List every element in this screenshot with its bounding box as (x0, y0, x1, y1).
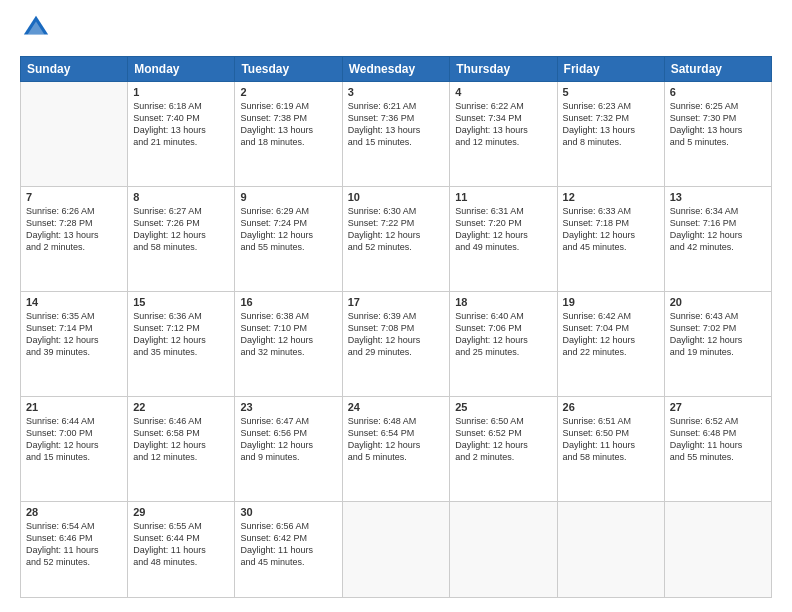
day-number: 10 (348, 191, 445, 203)
day-info: Sunrise: 6:35 AMSunset: 7:14 PMDaylight:… (26, 310, 122, 359)
day-info: Sunrise: 6:22 AMSunset: 7:34 PMDaylight:… (455, 100, 551, 149)
day-number: 6 (670, 86, 766, 98)
day-number: 20 (670, 296, 766, 308)
day-number: 22 (133, 401, 229, 413)
day-number: 13 (670, 191, 766, 203)
day-number: 14 (26, 296, 122, 308)
table-row: 6Sunrise: 6:25 AMSunset: 7:30 PMDaylight… (664, 82, 771, 187)
table-row: 14Sunrise: 6:35 AMSunset: 7:14 PMDayligh… (21, 291, 128, 396)
table-row: 4Sunrise: 6:22 AMSunset: 7:34 PMDaylight… (450, 82, 557, 187)
calendar-body: 1Sunrise: 6:18 AMSunset: 7:40 PMDaylight… (21, 82, 772, 598)
col-tuesday: Tuesday (235, 57, 342, 82)
day-info: Sunrise: 6:30 AMSunset: 7:22 PMDaylight:… (348, 205, 445, 254)
table-row: 5Sunrise: 6:23 AMSunset: 7:32 PMDaylight… (557, 82, 664, 187)
day-info: Sunrise: 6:33 AMSunset: 7:18 PMDaylight:… (563, 205, 659, 254)
table-row (342, 501, 450, 597)
day-number: 26 (563, 401, 659, 413)
table-row: 24Sunrise: 6:48 AMSunset: 6:54 PMDayligh… (342, 396, 450, 501)
day-number: 11 (455, 191, 551, 203)
table-row: 27Sunrise: 6:52 AMSunset: 6:48 PMDayligh… (664, 396, 771, 501)
day-number: 21 (26, 401, 122, 413)
day-number: 25 (455, 401, 551, 413)
day-number: 2 (240, 86, 336, 98)
day-info: Sunrise: 6:36 AMSunset: 7:12 PMDaylight:… (133, 310, 229, 359)
col-friday: Friday (557, 57, 664, 82)
table-row: 3Sunrise: 6:21 AMSunset: 7:36 PMDaylight… (342, 82, 450, 187)
col-sunday: Sunday (21, 57, 128, 82)
table-row: 1Sunrise: 6:18 AMSunset: 7:40 PMDaylight… (128, 82, 235, 187)
table-row: 7Sunrise: 6:26 AMSunset: 7:28 PMDaylight… (21, 186, 128, 291)
day-number: 1 (133, 86, 229, 98)
table-row: 10Sunrise: 6:30 AMSunset: 7:22 PMDayligh… (342, 186, 450, 291)
day-info: Sunrise: 6:25 AMSunset: 7:30 PMDaylight:… (670, 100, 766, 149)
day-info: Sunrise: 6:29 AMSunset: 7:24 PMDaylight:… (240, 205, 336, 254)
day-number: 19 (563, 296, 659, 308)
day-info: Sunrise: 6:54 AMSunset: 6:46 PMDaylight:… (26, 520, 122, 569)
day-info: Sunrise: 6:18 AMSunset: 7:40 PMDaylight:… (133, 100, 229, 149)
day-number: 3 (348, 86, 445, 98)
day-info: Sunrise: 6:26 AMSunset: 7:28 PMDaylight:… (26, 205, 122, 254)
table-row: 18Sunrise: 6:40 AMSunset: 7:06 PMDayligh… (450, 291, 557, 396)
table-row: 21Sunrise: 6:44 AMSunset: 7:00 PMDayligh… (21, 396, 128, 501)
table-row: 16Sunrise: 6:38 AMSunset: 7:10 PMDayligh… (235, 291, 342, 396)
col-thursday: Thursday (450, 57, 557, 82)
day-number: 24 (348, 401, 445, 413)
day-info: Sunrise: 6:34 AMSunset: 7:16 PMDaylight:… (670, 205, 766, 254)
day-number: 16 (240, 296, 336, 308)
day-info: Sunrise: 6:43 AMSunset: 7:02 PMDaylight:… (670, 310, 766, 359)
day-number: 17 (348, 296, 445, 308)
table-row: 13Sunrise: 6:34 AMSunset: 7:16 PMDayligh… (664, 186, 771, 291)
calendar: Sunday Monday Tuesday Wednesday Thursday… (20, 56, 772, 598)
day-number: 23 (240, 401, 336, 413)
table-row (664, 501, 771, 597)
day-number: 7 (26, 191, 122, 203)
weekday-row: Sunday Monday Tuesday Wednesday Thursday… (21, 57, 772, 82)
table-row: 22Sunrise: 6:46 AMSunset: 6:58 PMDayligh… (128, 396, 235, 501)
day-info: Sunrise: 6:31 AMSunset: 7:20 PMDaylight:… (455, 205, 551, 254)
table-row: 23Sunrise: 6:47 AMSunset: 6:56 PMDayligh… (235, 396, 342, 501)
day-number: 8 (133, 191, 229, 203)
table-row: 19Sunrise: 6:42 AMSunset: 7:04 PMDayligh… (557, 291, 664, 396)
table-row: 15Sunrise: 6:36 AMSunset: 7:12 PMDayligh… (128, 291, 235, 396)
table-row: 12Sunrise: 6:33 AMSunset: 7:18 PMDayligh… (557, 186, 664, 291)
day-number: 30 (240, 506, 336, 518)
day-number: 27 (670, 401, 766, 413)
day-info: Sunrise: 6:48 AMSunset: 6:54 PMDaylight:… (348, 415, 445, 464)
day-number: 15 (133, 296, 229, 308)
day-number: 5 (563, 86, 659, 98)
table-row: 26Sunrise: 6:51 AMSunset: 6:50 PMDayligh… (557, 396, 664, 501)
table-row: 8Sunrise: 6:27 AMSunset: 7:26 PMDaylight… (128, 186, 235, 291)
day-info: Sunrise: 6:44 AMSunset: 7:00 PMDaylight:… (26, 415, 122, 464)
day-info: Sunrise: 6:23 AMSunset: 7:32 PMDaylight:… (563, 100, 659, 149)
table-row: 28Sunrise: 6:54 AMSunset: 6:46 PMDayligh… (21, 501, 128, 597)
table-row: 29Sunrise: 6:55 AMSunset: 6:44 PMDayligh… (128, 501, 235, 597)
table-row: 9Sunrise: 6:29 AMSunset: 7:24 PMDaylight… (235, 186, 342, 291)
day-info: Sunrise: 6:46 AMSunset: 6:58 PMDaylight:… (133, 415, 229, 464)
day-info: Sunrise: 6:19 AMSunset: 7:38 PMDaylight:… (240, 100, 336, 149)
day-info: Sunrise: 6:47 AMSunset: 6:56 PMDaylight:… (240, 415, 336, 464)
table-row (450, 501, 557, 597)
day-number: 4 (455, 86, 551, 98)
col-wednesday: Wednesday (342, 57, 450, 82)
day-info: Sunrise: 6:55 AMSunset: 6:44 PMDaylight:… (133, 520, 229, 569)
day-number: 9 (240, 191, 336, 203)
day-info: Sunrise: 6:52 AMSunset: 6:48 PMDaylight:… (670, 415, 766, 464)
day-info: Sunrise: 6:51 AMSunset: 6:50 PMDaylight:… (563, 415, 659, 464)
table-row: 30Sunrise: 6:56 AMSunset: 6:42 PMDayligh… (235, 501, 342, 597)
logo (20, 18, 50, 46)
table-row: 11Sunrise: 6:31 AMSunset: 7:20 PMDayligh… (450, 186, 557, 291)
table-row: 17Sunrise: 6:39 AMSunset: 7:08 PMDayligh… (342, 291, 450, 396)
day-info: Sunrise: 6:40 AMSunset: 7:06 PMDaylight:… (455, 310, 551, 359)
day-number: 18 (455, 296, 551, 308)
table-row (557, 501, 664, 597)
day-info: Sunrise: 6:50 AMSunset: 6:52 PMDaylight:… (455, 415, 551, 464)
day-info: Sunrise: 6:27 AMSunset: 7:26 PMDaylight:… (133, 205, 229, 254)
day-number: 29 (133, 506, 229, 518)
table-row: 25Sunrise: 6:50 AMSunset: 6:52 PMDayligh… (450, 396, 557, 501)
table-row (21, 82, 128, 187)
table-row: 2Sunrise: 6:19 AMSunset: 7:38 PMDaylight… (235, 82, 342, 187)
day-info: Sunrise: 6:56 AMSunset: 6:42 PMDaylight:… (240, 520, 336, 569)
col-saturday: Saturday (664, 57, 771, 82)
calendar-header: Sunday Monday Tuesday Wednesday Thursday… (21, 57, 772, 82)
day-info: Sunrise: 6:38 AMSunset: 7:10 PMDaylight:… (240, 310, 336, 359)
